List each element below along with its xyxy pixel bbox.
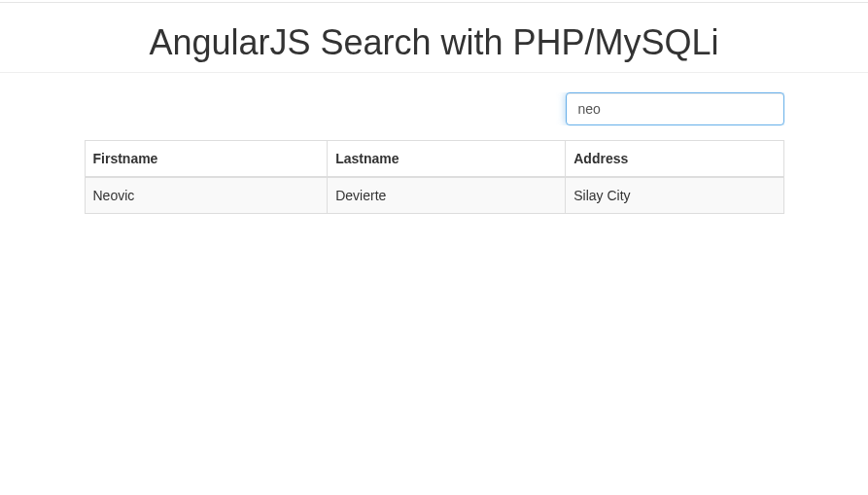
cell-address: Silay City <box>566 177 783 214</box>
table-row: Neovic Devierte Silay City <box>85 177 783 214</box>
col-header-address: Address <box>566 141 783 178</box>
page-title: AngularJS Search with PHP/MySQLi <box>0 22 868 72</box>
cell-lastname: Devierte <box>328 177 566 214</box>
main-container: Firstname Lastname Address Neovic Devier… <box>70 92 799 214</box>
table-header-row: Firstname Lastname Address <box>85 141 783 178</box>
col-header-lastname: Lastname <box>328 141 566 178</box>
cell-firstname: Neovic <box>85 177 328 214</box>
page-header: AngularJS Search with PHP/MySQLi <box>0 22 868 73</box>
search-input[interactable] <box>566 92 784 125</box>
search-row <box>85 92 784 125</box>
col-header-firstname: Firstname <box>85 141 328 178</box>
results-table: Firstname Lastname Address Neovic Devier… <box>85 140 784 214</box>
